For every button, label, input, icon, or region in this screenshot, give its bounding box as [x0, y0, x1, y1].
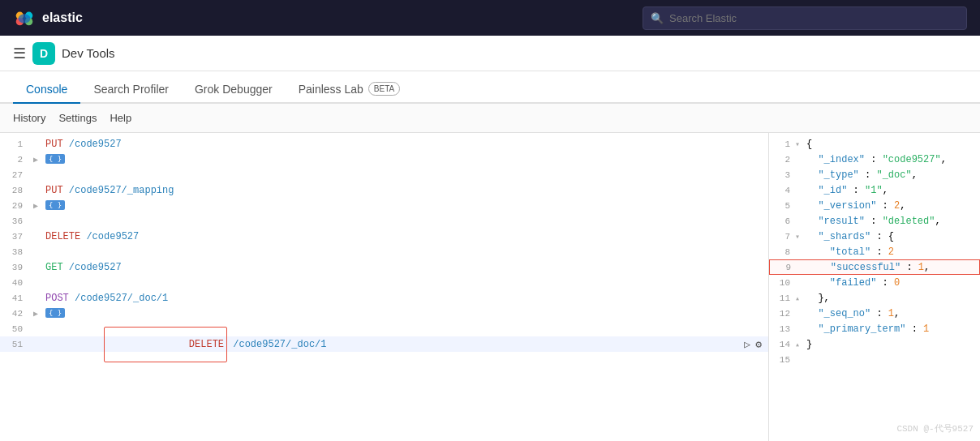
- result-line-2: 2 "_index" : "code9527",: [769, 152, 980, 167]
- tab-search-profiler[interactable]: Search Profiler: [80, 76, 182, 104]
- editor-line-51: 51 DELETE /code9527/_doc/1 ▷ ⚙: [0, 336, 768, 352]
- toolbar: History Settings Help: [0, 104, 980, 133]
- line-actions: ▷ ⚙: [744, 338, 762, 351]
- tab-painless-lab[interactable]: Painless Lab BETA: [286, 75, 414, 104]
- editor-panel[interactable]: 1 PUT /code9527 2 ▶ { } 27 28 PUT /code9…: [0, 133, 769, 441]
- editor-line-36: 36: [0, 213, 768, 229]
- toolbar-settings[interactable]: Settings: [58, 112, 97, 124]
- result-line-11: 11 ▴ },: [769, 290, 980, 306]
- svg-point-5: [19, 14, 31, 23]
- editor-line-37: 37 DELETE /code9527: [0, 229, 768, 244]
- elastic-logo-icon: [13, 6, 36, 29]
- editor-line-28: 28 PUT /code9527/_mapping: [0, 182, 768, 198]
- result-line-15: 15: [769, 352, 980, 367]
- tab-grok-debugger[interactable]: Grok Debugger: [182, 76, 286, 104]
- result-line-4: 4 "_id" : "1",: [769, 182, 980, 198]
- result-line-10: 10 "failed" : 0: [769, 275, 980, 290]
- result-line-1: 1 ▾ {: [769, 136, 980, 152]
- editor-line-2: 2 ▶ { }: [0, 152, 768, 167]
- toolbar-history[interactable]: History: [13, 112, 45, 124]
- breadcrumb-bar: ☰ D Dev Tools: [0, 36, 980, 71]
- hamburger-menu-icon[interactable]: ☰: [13, 45, 26, 62]
- toolbar-help[interactable]: Help: [110, 112, 131, 124]
- result-line-12: 12 "_seq_no" : 1,: [769, 306, 980, 321]
- breadcrumb-title: Dev Tools: [62, 46, 115, 60]
- devtools-badge: D: [32, 42, 55, 65]
- result-line-5: 5 "_version" : 2,: [769, 198, 980, 213]
- logo-text: elastic: [42, 11, 83, 25]
- editor-line-1: 1 PUT /code9527: [0, 136, 768, 152]
- result-line-3: 3 "_type" : "_doc",: [769, 167, 980, 182]
- editor-line-39: 39 GET /code9527: [0, 259, 768, 275]
- editor-line-41: 41 POST /code9527/_doc/1: [0, 290, 768, 306]
- top-navigation: elastic 🔍: [0, 0, 980, 36]
- editor-lines: 1 PUT /code9527 2 ▶ { } 27 28 PUT /code9…: [0, 133, 768, 355]
- result-line-6: 6 "result" : "deleted",: [769, 213, 980, 229]
- main-content: 1 PUT /code9527 2 ▶ { } 27 28 PUT /code9…: [0, 133, 980, 441]
- search-icon: 🔍: [651, 12, 664, 24]
- search-bar-wrapper: 🔍: [643, 6, 967, 30]
- tabs-bar: Console Search Profiler Grok Debugger Pa…: [0, 71, 980, 104]
- result-line-14: 14 ▴ }: [769, 336, 980, 352]
- result-line-7: 7 ▾ "_shards" : {: [769, 229, 980, 244]
- run-icon[interactable]: ▷: [744, 338, 750, 351]
- editor-line-38: 38: [0, 244, 768, 259]
- result-line-8: 8 "total" : 2: [769, 244, 980, 259]
- copy-icon[interactable]: ⚙: [755, 338, 762, 351]
- watermark: CSDN @-代号9527: [896, 422, 974, 435]
- result-line-13: 13 "_primary_term" : 1: [769, 321, 980, 336]
- editor-line-40: 40: [0, 275, 768, 290]
- result-line-9: 9 "successful" : 1,: [769, 259, 980, 275]
- editor-line-27: 27: [0, 167, 768, 182]
- global-search-input[interactable]: [643, 6, 967, 30]
- elastic-logo[interactable]: elastic: [13, 6, 83, 29]
- result-lines: 1 ▾ { 2 "_index" : "code9527", 3 "_type"…: [769, 133, 980, 370]
- tab-console[interactable]: Console: [13, 76, 80, 104]
- result-panel: 1 ▾ { 2 "_index" : "code9527", 3 "_type"…: [769, 133, 980, 441]
- beta-badge: BETA: [368, 82, 400, 96]
- editor-line-29: 29 ▶ { }: [0, 198, 768, 213]
